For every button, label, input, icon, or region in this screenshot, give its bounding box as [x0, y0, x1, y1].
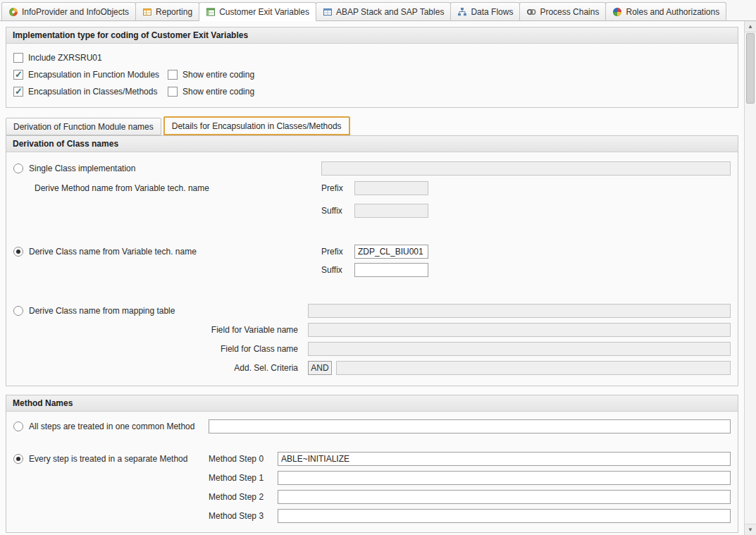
- method-step-0-input[interactable]: [278, 452, 731, 466]
- add-sel-criteria-input[interactable]: [336, 361, 731, 375]
- derive-class-name-row: Derive Class name from Variable tech. na…: [13, 244, 731, 259]
- field-variable-name-row: Field for Variable name: [13, 322, 731, 338]
- roles-authorizations-icon: [612, 7, 622, 17]
- reporting-icon: [142, 7, 152, 17]
- include-zxrsru01-checkbox[interactable]: [13, 53, 23, 63]
- mapping-table-input[interactable]: [308, 304, 731, 318]
- single-class-radio[interactable]: [13, 164, 23, 173]
- field-class-name-label: Field for Class name: [13, 344, 308, 354]
- mapping-table-row: Derive Class name from mapping table: [13, 303, 731, 319]
- common-method-input[interactable]: [209, 419, 731, 433]
- main-tabstrip: InfoProvider and InfoObjects Reporting C…: [0, 0, 756, 21]
- tab-process-chains[interactable]: Process Chains: [519, 2, 606, 20]
- infoprovider-icon: [8, 7, 18, 17]
- encapsulation-classes-methods-label: Encapsulation in Classes/Methods: [28, 87, 157, 97]
- criteria-operator-box[interactable]: AND: [308, 361, 332, 375]
- tab-label: ABAP Stack and SAP Tables: [336, 7, 444, 17]
- tab-abap-stack-and-sap-tables[interactable]: ABAP Stack and SAP Tables: [316, 2, 451, 20]
- detail-tabstrip: Derivation of Function Module names Deta…: [6, 116, 738, 135]
- show-entire-coding-fm-checkbox[interactable]: [168, 70, 178, 80]
- method-names-title: Method Names: [6, 395, 738, 412]
- encapsulation-function-modules-row: Encapsulation in Function Modules Show e…: [13, 66, 731, 83]
- abap-tables-icon: [323, 7, 333, 17]
- derive-class-name-label: Derive Class name from Variable tech. na…: [29, 247, 197, 257]
- encapsulation-function-modules-checkbox[interactable]: [13, 70, 23, 80]
- show-entire-coding-cm-label: Show entire coding: [182, 87, 254, 97]
- class-suffix-label: Suffix: [321, 265, 354, 275]
- implementation-type-title: Implementation type for coding of Custom…: [6, 27, 738, 44]
- separate-method-radio[interactable]: [13, 454, 23, 464]
- show-entire-coding-fm-label: Show entire coding: [182, 70, 254, 80]
- tab-label: Process Chains: [540, 7, 599, 17]
- mapping-table-radio[interactable]: [13, 306, 23, 316]
- method-suffix-row: Suffix: [13, 203, 731, 219]
- implementation-type-group: Implementation type for coding of Custom…: [6, 27, 738, 108]
- add-sel-criteria-row: Add. Sel. Criteria AND: [13, 360, 731, 376]
- single-class-input[interactable]: [321, 161, 731, 176]
- scroll-up-icon[interactable]: ▲: [745, 21, 756, 32]
- derive-method-name-label: Derive Method name from Variable tech. n…: [35, 183, 209, 193]
- tab-infoprovider-and-infoobjects[interactable]: InfoProvider and InfoObjects: [1, 2, 136, 20]
- single-class-label: Single Class implementation: [29, 164, 135, 173]
- method-step-3-input[interactable]: [278, 509, 731, 523]
- method-suffix-label: Suffix: [321, 206, 354, 216]
- subtab-label: Derivation of Function Module names: [13, 122, 154, 132]
- method-prefix-label: Prefix: [321, 183, 354, 193]
- method-names-group: Method Names All steps are treated in on…: [6, 395, 738, 533]
- method-step-2-label: Method Step 2: [209, 492, 278, 502]
- encapsulation-function-modules-label: Encapsulation in Function Modules: [28, 70, 159, 80]
- tab-label: Data Flows: [471, 7, 513, 17]
- scroll-down-icon[interactable]: ▼: [745, 524, 756, 535]
- include-zxrsru01-row: Include ZXRSRU01: [13, 49, 731, 66]
- scrollbar-thumb[interactable]: [746, 33, 755, 104]
- encapsulation-classes-methods-checkbox[interactable]: [13, 87, 23, 97]
- tab-label: Roles and Authorizations: [626, 7, 719, 17]
- mapping-table-label: Derive Class name from mapping table: [29, 306, 175, 316]
- single-class-row: Single Class implementation: [13, 161, 731, 176]
- derivation-of-class-names-group: Derivation of Class names Single Class i…: [6, 135, 738, 386]
- common-method-radio[interactable]: [13, 422, 23, 431]
- class-suffix-input[interactable]: [354, 263, 428, 277]
- class-suffix-row: Suffix: [13, 262, 731, 278]
- separate-method-label: Every step is treated in a separate Meth…: [29, 454, 187, 464]
- add-sel-criteria-label: Add. Sel. Criteria: [13, 363, 308, 373]
- derive-method-name-row: Derive Method name from Variable tech. n…: [13, 180, 731, 196]
- tab-data-flows[interactable]: Data Flows: [450, 2, 520, 20]
- tab-reporting[interactable]: Reporting: [135, 2, 199, 20]
- class-prefix-input[interactable]: [354, 245, 428, 259]
- class-prefix-label: Prefix: [321, 247, 354, 257]
- derive-class-name-radio[interactable]: [13, 247, 23, 257]
- method-suffix-input[interactable]: [354, 204, 428, 218]
- field-class-name-row: Field for Class name: [13, 341, 731, 357]
- method-prefix-input[interactable]: [354, 181, 428, 195]
- customer-exit-variables-icon: [206, 7, 216, 17]
- common-method-row: All steps are treated in one common Meth…: [13, 419, 731, 434]
- method-step-3-row: Method Step 3: [13, 508, 731, 524]
- subtab-derivation-of-function-module-names[interactable]: Derivation of Function Module names: [6, 118, 161, 135]
- field-variable-name-label: Field for Variable name: [13, 325, 308, 335]
- show-entire-coding-cm-checkbox[interactable]: [168, 87, 178, 97]
- tab-label: Customer Exit Variables: [219, 7, 309, 17]
- separate-method-row: Every step is treated in a separate Meth…: [13, 451, 731, 467]
- field-variable-name-input[interactable]: [308, 323, 731, 337]
- field-class-name-input[interactable]: [308, 342, 731, 356]
- derivation-of-class-names-title: Derivation of Class names: [6, 136, 738, 152]
- common-method-label: All steps are treated in one common Meth…: [29, 422, 194, 431]
- tab-label: Reporting: [156, 7, 192, 17]
- vertical-scrollbar[interactable]: ▲ ▼: [744, 21, 756, 535]
- include-zxrsru01-label: Include ZXRSRU01: [28, 53, 102, 63]
- subtab-label: Details for Encapsulation in Classes/Met…: [172, 121, 342, 131]
- method-step-3-label: Method Step 3: [209, 511, 278, 521]
- encapsulation-classes-methods-row: Encapsulation in Classes/Methods Show en…: [13, 83, 731, 100]
- method-step-1-label: Method Step 1: [209, 473, 278, 483]
- tab-roles-and-authorizations[interactable]: Roles and Authorizations: [605, 2, 726, 20]
- method-step-2-input[interactable]: [278, 490, 731, 504]
- process-chains-icon: [526, 7, 536, 17]
- method-step-1-row: Method Step 1: [13, 470, 731, 486]
- subtab-details-encapsulation-classes-methods[interactable]: Details for Encapsulation in Classes/Met…: [163, 116, 350, 135]
- tab-customer-exit-variables[interactable]: Customer Exit Variables: [199, 2, 316, 20]
- data-flows-icon: [457, 7, 467, 17]
- method-step-2-row: Method Step 2: [13, 489, 731, 505]
- method-step-1-input[interactable]: [278, 471, 731, 485]
- customer-exit-variables-page: Implementation type for coding of Custom…: [0, 21, 744, 535]
